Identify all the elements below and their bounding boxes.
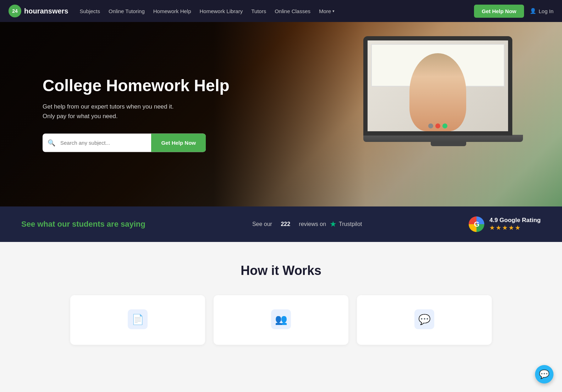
proof-trustpilot[interactable]: See our 222 reviews on ★ Trustpilot xyxy=(252,220,362,229)
card-2-icon-wrap: 👥 xyxy=(271,309,291,329)
proof-google-rating: G 4.9 Google Rating ★★★★★ xyxy=(469,216,541,232)
laptop-base xyxy=(363,135,523,142)
nav-right: Get Help Now 👤 Log In xyxy=(474,5,553,18)
cards-row: 📄 👥 💬 xyxy=(14,295,548,345)
nav-item-subjects[interactable]: Subjects xyxy=(80,8,100,14)
navbar-get-help-button[interactable]: Get Help Now xyxy=(474,5,524,18)
hero-title: College Homework Help xyxy=(43,77,230,95)
nav-item-more[interactable]: More xyxy=(319,8,335,14)
proof-students-text: See what our students are saying xyxy=(21,220,145,229)
hero-subtitle: Get help from our expert tutors when you… xyxy=(43,101,230,121)
nav-item-tutors[interactable]: Tutors xyxy=(251,8,266,14)
card-1: 📄 xyxy=(70,295,205,345)
laptop-screen xyxy=(363,36,512,136)
hero-section: College Homework Help Get help from our … xyxy=(0,22,562,206)
trustpilot-logo: ★ Trustpilot xyxy=(330,220,362,229)
tutor-match-icon: 👥 xyxy=(275,314,287,325)
how-it-works-section: How it Works 📄 👥 💬 xyxy=(0,242,562,359)
tutor-figure xyxy=(409,53,466,131)
search-input[interactable] xyxy=(60,140,151,146)
ctrl-dot-2 xyxy=(435,123,440,128)
nav-links: Subjects Online Tutoring Homework Help H… xyxy=(80,8,335,14)
card-3: 💬 xyxy=(357,295,492,345)
card-3-icon-wrap: 💬 xyxy=(414,309,434,329)
laptop-stand xyxy=(431,142,466,146)
logo-link[interactable]: 24 houranswers xyxy=(9,5,68,17)
hero-laptop-graphic xyxy=(363,36,534,164)
navbar: 24 houranswers Subjects Online Tutoring … xyxy=(0,0,562,22)
nav-item-online-tutoring[interactable]: Online Tutoring xyxy=(109,8,145,14)
nav-item-online-classes[interactable]: Online Classes xyxy=(275,8,310,14)
chat-help-icon: 💬 xyxy=(418,314,431,325)
ctrl-dot-3 xyxy=(442,123,447,128)
nav-item-homework-library[interactable]: Homework Library xyxy=(199,8,243,14)
hero-search-bar: 🔍 Get Help Now xyxy=(43,133,206,152)
laptop-screen-content xyxy=(368,40,508,131)
hero-get-help-button[interactable]: Get Help Now xyxy=(151,133,206,152)
logo-badge: 24 xyxy=(9,5,21,17)
card-2: 👥 xyxy=(214,295,348,345)
how-it-works-title: How it Works xyxy=(14,263,548,278)
navbar-login-button[interactable]: 👤 Log In xyxy=(530,8,553,14)
document-icon: 📄 xyxy=(132,314,144,325)
trustpilot-star-icon: ★ xyxy=(330,220,337,229)
screen-controls xyxy=(428,123,447,128)
google-icon: G xyxy=(469,216,484,232)
nav-left: 24 houranswers Subjects Online Tutoring … xyxy=(9,5,335,17)
social-proof-bar: See what our students are saying See our… xyxy=(0,206,562,242)
google-rating-text: 4.9 Google Rating ★★★★★ xyxy=(489,217,541,232)
logo-text: houranswers xyxy=(24,7,68,15)
hero-content: College Homework Help Get help from our … xyxy=(43,77,230,152)
ctrl-dot-1 xyxy=(428,123,433,128)
search-icon: 🔍 xyxy=(43,139,60,147)
user-icon: 👤 xyxy=(530,8,536,14)
nav-item-homework-help[interactable]: Homework Help xyxy=(153,8,191,14)
card-1-icon-wrap: 📄 xyxy=(128,309,148,329)
